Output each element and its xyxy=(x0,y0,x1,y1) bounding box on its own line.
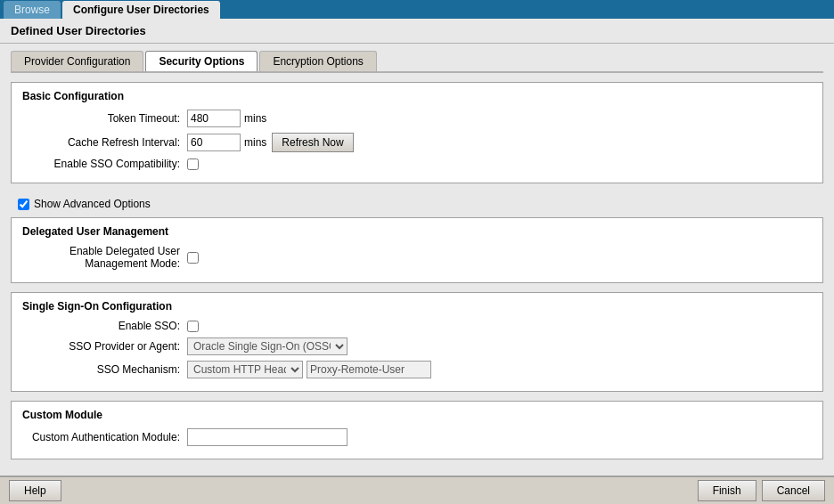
basic-config-title: Basic Configuration xyxy=(22,90,812,102)
sso-provider-label: SSO Provider or Agent: xyxy=(22,340,187,353)
token-timeout-label: Token Timeout: xyxy=(22,112,187,125)
tab-browse-label: Browse xyxy=(14,4,50,16)
finish-button[interactable]: Finish xyxy=(698,480,756,501)
page-title: Defined User Directories xyxy=(0,19,834,44)
enable-delegated-label: Enable Delegated User Management Mode: xyxy=(22,245,187,270)
tab-configure-label: Configure User Directories xyxy=(73,4,209,16)
token-timeout-unit: mins xyxy=(244,112,266,125)
enable-delegated-row: Enable Delegated User Management Mode: xyxy=(22,245,812,270)
sso-provider-row: SSO Provider or Agent: Oracle Single Sig… xyxy=(22,337,812,355)
delegated-title: Delegated User Management xyxy=(22,225,812,238)
sso-mechanism-label: SSO Mechanism: xyxy=(22,363,187,376)
tab-provider-config[interactable]: Provider Configuration xyxy=(11,51,143,71)
sso-mechanism-row: SSO Mechanism: Custom HTTP Header xyxy=(22,361,812,378)
cancel-button[interactable]: Cancel xyxy=(762,480,825,501)
custom-module-title: Custom Module xyxy=(22,409,812,421)
footer-right-buttons: Finish Cancel xyxy=(698,480,825,501)
cache-refresh-unit: mins xyxy=(244,136,266,149)
help-button[interactable]: Help xyxy=(9,480,61,501)
delegated-section: Delegated User Management Enable Delegat… xyxy=(11,217,823,283)
sso-mechanism-text-input[interactable] xyxy=(307,361,431,378)
basic-config-section: Basic Configuration Token Timeout: mins … xyxy=(11,82,823,183)
tab-configure[interactable]: Configure User Directories xyxy=(62,1,220,19)
enable-sso-label: Enable SSO: xyxy=(22,320,187,332)
token-timeout-input[interactable] xyxy=(187,110,241,127)
sso-title: Single Sign-On Configuration xyxy=(22,300,812,313)
sso-section: Single Sign-On Configuration Enable SSO:… xyxy=(11,292,823,392)
show-advanced-checkbox[interactable] xyxy=(18,199,29,210)
enable-delegated-checkbox[interactable] xyxy=(187,252,199,264)
enable-sso-compat-row: Enable SSO Compatibility: xyxy=(22,158,812,170)
tab-browse[interactable]: Browse xyxy=(4,1,61,19)
token-timeout-row: Token Timeout: mins xyxy=(22,110,812,127)
enable-sso-row: Enable SSO: xyxy=(22,320,812,332)
custom-auth-input[interactable] xyxy=(187,428,348,446)
show-advanced-label: Show Advanced Options xyxy=(34,198,151,210)
main-content: Defined User Directories Provider Config… xyxy=(0,19,834,476)
cache-refresh-label: Cache Refresh Interval: xyxy=(22,136,187,149)
tab-security-options[interactable]: Security Options xyxy=(145,51,258,71)
enable-sso-checkbox[interactable] xyxy=(187,321,199,332)
custom-module-section: Custom Module Custom Authentication Modu… xyxy=(11,401,823,459)
content-area: Provider Configuration Security Options … xyxy=(0,44,834,476)
sub-tab-bar: Provider Configuration Security Options … xyxy=(11,51,823,73)
cache-refresh-row: Cache Refresh Interval: mins Refresh Now xyxy=(22,133,812,152)
cache-refresh-input[interactable] xyxy=(187,134,241,151)
refresh-now-button[interactable]: Refresh Now xyxy=(272,133,353,152)
custom-auth-label: Custom Authentication Module: xyxy=(22,431,187,443)
tab-bar: Browse Configure User Directories xyxy=(0,0,834,19)
footer: Help Finish Cancel xyxy=(0,476,834,504)
sso-mechanism-select[interactable]: Custom HTTP Header xyxy=(187,361,303,378)
custom-auth-row: Custom Authentication Module: xyxy=(22,428,812,446)
enable-sso-compat-label: Enable SSO Compatibility: xyxy=(22,158,187,170)
sso-provider-select[interactable]: Oracle Single Sign-On (OSSO) xyxy=(187,337,348,355)
enable-sso-compat-checkbox[interactable] xyxy=(187,159,199,170)
tab-encryption-options[interactable]: Encryption Options xyxy=(259,51,376,71)
advanced-options-row: Show Advanced Options xyxy=(18,198,823,210)
